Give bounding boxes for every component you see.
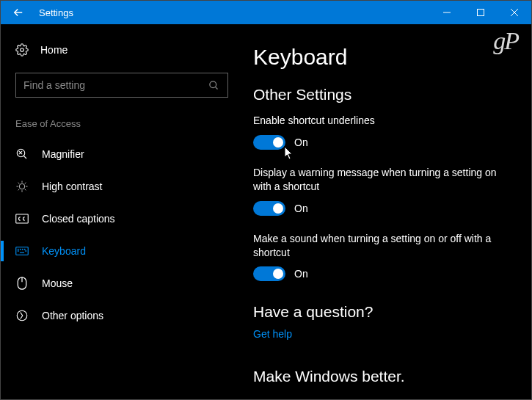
gear-icon <box>15 43 29 57</box>
keyboard-icon <box>15 244 29 258</box>
home-button[interactable]: Home <box>1 36 243 64</box>
sidebar-item-keyboard[interactable]: Keyboard <box>1 235 243 267</box>
svg-line-16 <box>18 183 20 184</box>
close-button[interactable] <box>498 1 531 24</box>
sidebar-item-label: High contrast <box>42 181 102 192</box>
back-button[interactable] <box>1 1 36 24</box>
svg-line-17 <box>25 189 26 191</box>
titlebar: Settings <box>1 1 531 24</box>
section-heading: Other Settings <box>253 86 511 103</box>
sidebar-item-label: Keyboard <box>42 245 86 257</box>
sidebar-item-other-options[interactable]: Other options <box>1 299 243 332</box>
svg-point-31 <box>17 310 27 321</box>
search-icon <box>207 79 220 92</box>
sidebar-section-title: Ease of Access <box>1 112 243 138</box>
mouse-icon <box>15 277 29 290</box>
svg-point-24 <box>22 249 23 250</box>
setting-label: Enable shortcut underlines <box>253 114 503 128</box>
setting-warning-message: Display a warning message when turning a… <box>253 166 511 216</box>
toggle-sound[interactable] <box>253 266 285 281</box>
minimize-button[interactable] <box>430 1 464 24</box>
sidebar-item-magnifier[interactable]: Magnifier <box>1 138 243 170</box>
svg-rect-20 <box>16 214 29 223</box>
setting-label: Display a warning message when turning a… <box>253 166 503 194</box>
feedback-section: Make Windows better. <box>253 368 511 385</box>
svg-line-19 <box>25 183 26 184</box>
toggle-state: On <box>294 268 308 280</box>
main-panel: Keyboard Other Settings Enable shortcut … <box>243 24 531 399</box>
svg-point-26 <box>18 251 18 252</box>
search-input[interactable]: Find a setting <box>15 73 228 98</box>
question-section: Have a question? Get help <box>253 303 511 340</box>
sidebar-item-closed-captions[interactable]: Closed captions <box>1 203 243 235</box>
setting-label: Make a sound when turning a setting on o… <box>253 232 503 260</box>
sidebar-item-mouse[interactable]: Mouse <box>1 267 243 299</box>
svg-point-11 <box>19 183 25 189</box>
sidebar-item-label: Magnifier <box>42 148 84 160</box>
svg-line-6 <box>215 87 217 89</box>
sidebar-item-label: Other options <box>42 310 103 321</box>
setting-sound: Make a sound when turning a setting on o… <box>253 232 511 282</box>
sidebar-item-label: Closed captions <box>42 213 115 225</box>
svg-point-4 <box>21 48 24 52</box>
sidebar-item-high-contrast[interactable]: High contrast <box>1 170 243 203</box>
search-placeholder: Find a setting <box>23 79 85 91</box>
window-title: Settings <box>36 7 73 18</box>
toggle-state: On <box>294 137 308 148</box>
svg-point-22 <box>18 249 18 250</box>
page-title: Keyboard <box>253 45 511 70</box>
magnifier-icon <box>15 148 29 161</box>
contrast-icon <box>15 180 29 193</box>
svg-line-18 <box>18 189 20 191</box>
svg-point-25 <box>24 249 25 250</box>
svg-point-23 <box>20 249 21 250</box>
cc-icon <box>15 212 29 225</box>
get-help-link[interactable]: Get help <box>253 328 511 340</box>
options-icon <box>15 309 29 322</box>
question-heading: Have a question? <box>253 303 511 321</box>
sidebar-item-label: Mouse <box>42 277 73 289</box>
svg-point-27 <box>26 251 26 252</box>
feedback-heading: Make Windows better. <box>253 368 511 385</box>
sidebar: Home Find a setting Ease of Access Magni… <box>1 24 243 399</box>
home-label: Home <box>40 44 68 56</box>
toggle-warning-message[interactable] <box>253 201 285 216</box>
svg-point-5 <box>209 81 216 87</box>
svg-line-10 <box>23 156 26 159</box>
toggle-state: On <box>294 203 308 214</box>
svg-rect-1 <box>478 10 484 16</box>
setting-shortcut-underlines: Enable shortcut underlines On <box>253 114 511 150</box>
toggle-shortcut-underlines[interactable] <box>253 135 285 150</box>
maximize-button[interactable] <box>464 1 498 24</box>
